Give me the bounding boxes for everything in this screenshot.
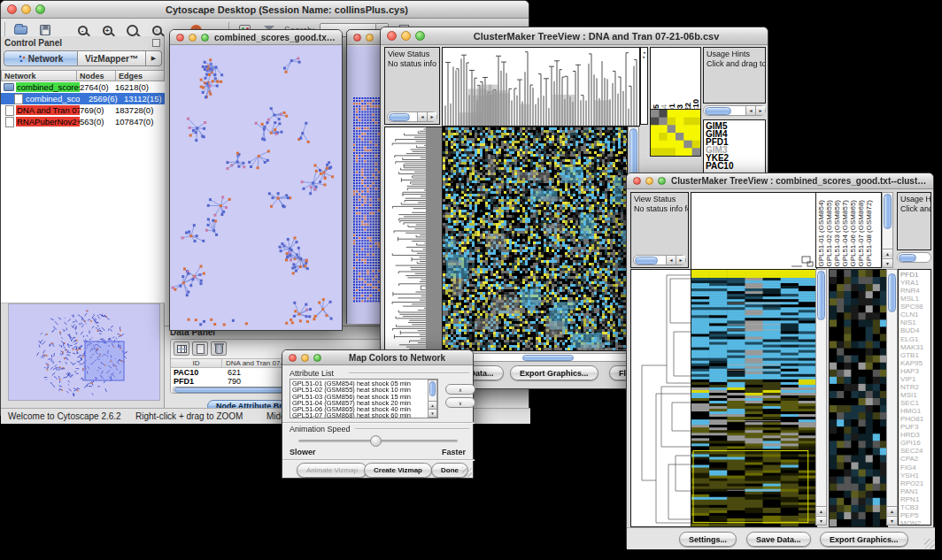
minimize-button[interactable] (366, 34, 374, 42)
tab-vizmapper[interactable]: VizMapper™ (78, 50, 146, 66)
close-button[interactable] (176, 34, 184, 42)
zoom-button[interactable] (658, 177, 666, 185)
close-button[interactable] (387, 31, 397, 41)
export-graphics-button[interactable]: Export Graphics... (510, 365, 598, 380)
row-label[interactable]: PAC10 (706, 162, 765, 170)
column-dendrogram-dna[interactable] (442, 47, 640, 127)
arrow-right-icon[interactable]: ▸ (755, 106, 765, 115)
gene-label[interactable]: PUF3 (900, 423, 930, 431)
animate-vizmap-button[interactable]: Animate Vizmap (297, 463, 367, 478)
view-status-scrollbar[interactable]: ◂ ▸ (633, 255, 686, 265)
close-button[interactable] (633, 177, 641, 185)
arrow-down-icon[interactable]: ▾ (887, 516, 897, 525)
column-edges[interactable]: Edges (116, 70, 165, 81)
gene-label[interactable]: MSL1 (900, 295, 930, 303)
minimize-button[interactable] (301, 354, 309, 362)
minimize-button[interactable] (645, 177, 653, 185)
gene-label[interactable]: SEC24 (900, 447, 930, 455)
treeview-dna-title-bar[interactable]: ClusterMaker TreeView : DNA and Tran 07-… (381, 27, 768, 45)
network-view-1-title-bar[interactable]: combined_scores_good.txt--cluste... (170, 30, 342, 45)
scrollbar-thumb[interactable] (899, 254, 916, 262)
gene-label[interactable]: GPI16 (900, 439, 930, 447)
resize-grip[interactable] (462, 467, 472, 477)
gene-label[interactable]: BUD4 (900, 326, 930, 334)
zoom-button[interactable] (201, 34, 209, 42)
gene-label[interactable]: MON2 (900, 519, 930, 525)
heatmap-combined[interactable] (691, 269, 817, 527)
column-label[interactable]: GPL51-08 (GSM872) (865, 200, 873, 267)
gene-label[interactable]: SPC98 (900, 303, 930, 311)
column-label[interactable]: GPL51-03 (GSM856) (833, 200, 841, 267)
arrow-up-icon[interactable]: ▴ (887, 506, 897, 515)
column-label[interactable]: GPL51-04 (GSM857) (841, 200, 849, 267)
column-label[interactable]: GPL51-07 (GSM868) (857, 200, 865, 267)
dialog-title-bar[interactable]: Map Colors to Network (282, 350, 473, 365)
zoom-button[interactable] (415, 31, 425, 41)
attribute-list-vscrollbar[interactable]: ▴ ▾ (428, 380, 437, 418)
arrow-left-icon[interactable]: ◂ (417, 112, 427, 121)
gene-label[interactable]: ELG1 (900, 335, 930, 343)
gene-label[interactable]: RNR4 (900, 287, 930, 295)
save-data-button[interactable]: Save Data... (746, 532, 811, 547)
gene-label[interactable]: FIG4 (900, 464, 930, 472)
zoom-button[interactable] (35, 4, 45, 14)
gene-label[interactable]: YSH1 (900, 472, 930, 479)
gene-label[interactable]: VIP1 (900, 375, 930, 383)
gene-label[interactable]: PAN1 (900, 487, 930, 495)
network-canvas-1[interactable] (170, 45, 342, 330)
delete-attribute-button[interactable] (211, 341, 227, 356)
gene-label[interactable]: HMG1 (900, 407, 930, 415)
row-dendrogram-dna[interactable] (384, 127, 443, 351)
usage-hints-scrollbar[interactable]: ◂ ▸ (703, 105, 766, 116)
resize-grip[interactable] (924, 539, 934, 548)
close-button[interactable] (7, 4, 17, 14)
top-pane-vscrollbar[interactable]: ▴ ▾ (882, 192, 893, 268)
gene-label[interactable]: TCB3 (900, 503, 930, 511)
similarity-matrix-thumbnail[interactable] (650, 109, 701, 157)
arrow-down-icon[interactable]: ▾ (883, 258, 892, 267)
zoom-button[interactable] (313, 354, 321, 362)
gene-label[interactable]: MAK31 (900, 343, 930, 351)
gene-label[interactable]: HAP3 (900, 367, 930, 375)
scrollbar-thumb[interactable] (522, 355, 574, 361)
arrow-up-icon[interactable]: ▴ (816, 506, 826, 515)
main-title-bar[interactable]: Cytoscape Desktop (Session Name: collins… (1, 1, 529, 19)
gene-label[interactable]: MSI1 (900, 391, 930, 399)
network-list-row[interactable]: combined_scores_ 2764(0) 16218(0) (1, 81, 165, 93)
gene-label[interactable]: NIS1 (900, 318, 930, 326)
scrollbar-thumb[interactable] (884, 194, 892, 229)
gene-label[interactable]: KAP95 (900, 359, 930, 367)
arrow-down-icon[interactable]: ▾ (429, 409, 436, 417)
arrow-right-icon[interactable]: ▸ (427, 112, 436, 121)
arrow-right-icon[interactable]: ▸ (676, 256, 685, 265)
gene-label[interactable]: HRD3 (900, 431, 930, 439)
close-button[interactable] (353, 34, 361, 42)
column-id[interactable]: ID (171, 359, 222, 367)
scrollbar-thumb[interactable] (888, 273, 896, 312)
row-dendrogram-combined[interactable] (630, 269, 692, 527)
gene-label[interactable]: PEP5 (900, 511, 930, 519)
minimize-button[interactable] (401, 31, 411, 41)
column-label[interactable]: GPL51-01 (GSM854) (817, 200, 825, 267)
heatmap-combined-vscrollbar[interactable]: ▴ ▾ (815, 269, 827, 525)
column-dendrogram-combined[interactable] (691, 192, 817, 270)
gene-label[interactable]: RPO21 (900, 479, 930, 487)
settings-button[interactable]: Settings... (679, 532, 737, 547)
treeview-combined-title-bar[interactable]: ClusterMaker TreeView : combined_scores_… (627, 173, 933, 189)
column-label[interactable]: GPL51-06 (GSM865) (849, 200, 857, 267)
scrollbar-thumb[interactable] (705, 107, 731, 115)
arrow-down-icon[interactable]: ▾ (816, 516, 826, 525)
usage-hints-scrollbar[interactable] (897, 252, 931, 263)
network-list-row[interactable]: RNAPuberNov2+| 563(0) 107847(0) (1, 116, 165, 127)
gene-label[interactable]: YRA1 (900, 279, 930, 287)
scrollbar-thumb[interactable] (635, 257, 658, 265)
arrow-up-icon[interactable]: ▴ (883, 249, 892, 257)
heatmap-dna[interactable] (442, 127, 628, 351)
scrollbar-thumb[interactable] (389, 113, 410, 121)
network-list-row[interactable]: DNA and Tran 07 769(0) 183728(0) (1, 104, 165, 116)
create-vizmap-button[interactable]: Create Vizmap (364, 463, 432, 478)
tab-overflow[interactable]: ▶ (146, 50, 162, 66)
minimize-button[interactable] (189, 34, 197, 42)
network-list-row[interactable]: combined_sco 2569(6) 13112(15) (1, 93, 165, 104)
close-button[interactable] (289, 354, 297, 362)
